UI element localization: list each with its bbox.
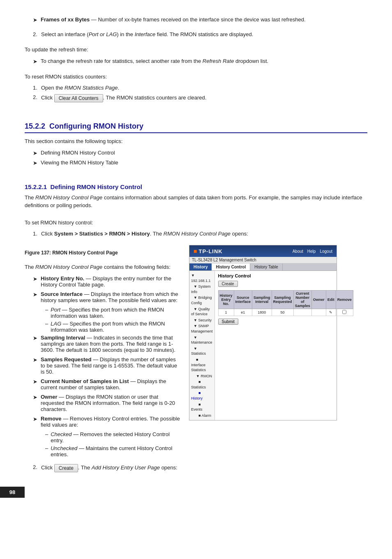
step-click-system: 1. Click System > Statistics > RMON > Hi… <box>33 231 367 237</box>
sub-checked: – Checked — Removes the selected History… <box>45 431 181 444</box>
help-link[interactable]: Help <box>307 249 316 254</box>
figure-label: Figure 137: RMON History Control Page <box>25 250 181 256</box>
col-sampling-interval: Sampling Interval <box>252 291 272 309</box>
field-sampling-interval: ➤ Sampling Interval — Indicates in secon… <box>33 335 181 353</box>
cell-current <box>293 309 311 316</box>
sub-lag: – LAG — Specifies the port from which th… <box>45 321 181 333</box>
fields-text-col: Figure 137: RMON History Control Page Th… <box>25 245 181 476</box>
field-remove: ➤ Remove — Removes History Control entri… <box>33 416 181 428</box>
step-open-rmon: 1. Open the RMON Statistics Page. <box>33 85 367 91</box>
sidebar-statistics[interactable]: ▼ Statistics <box>189 346 214 357</box>
history-control-title: History Control <box>218 273 353 278</box>
field-history-entry-no: ➤ History Entry No. — Displays the entry… <box>33 275 181 288</box>
sidebar-interface-stats[interactable]: ■ Interface Statistics <box>189 357 214 373</box>
tplink-figure: ■ TP-LINK About Help Logout TL-SL3428 L2… <box>189 245 337 420</box>
sidebar-rmon-events[interactable]: ■ Events <box>189 402 214 413</box>
tplink-tab-row: History History Control History Table <box>189 263 337 271</box>
sidebar-security[interactable]: ▼ Security <box>189 317 214 323</box>
sub-port: – Port — Specifies the port from which t… <box>45 307 181 319</box>
set-rmon-intro: To set RMON history control: <box>25 219 367 227</box>
sidebar-system-info[interactable]: ▼ System Info <box>189 284 214 295</box>
col-sampling-requested: Sampling Requested <box>272 291 293 309</box>
topic-1-label: Defining RMON History Control <box>41 150 115 156</box>
page-number: 98 <box>0 487 25 498</box>
col-source-interface: Source Interface <box>234 291 252 309</box>
tplink-main-content: History Control Create History Entry No.… <box>215 271 357 420</box>
bullet-frames-of-xx: ➤ Frames of xx Bytes — Number of xx-byte… <box>33 16 367 23</box>
cell-entry-no: 1 <box>218 309 234 316</box>
topic-1: ➤ Defining RMON History Control <box>33 150 367 156</box>
about-link[interactable]: About <box>293 249 303 254</box>
arrow-icon-8: ➤ <box>33 357 37 363</box>
field-current-samples: ➤ Current Number of Samples in List — Di… <box>33 378 181 390</box>
cell-interface: e1 <box>234 309 252 316</box>
sub-unchecked: – Unchecked — Maintains the current Hist… <box>45 445 181 457</box>
create-button[interactable]: Create <box>54 464 78 472</box>
figure-row: Figure 137: RMON History Control Page Th… <box>25 245 367 476</box>
cell-edit[interactable]: ✎ <box>326 309 336 316</box>
tab-history-control[interactable]: History Control <box>212 263 250 270</box>
cell-remove[interactable] <box>336 309 353 316</box>
logout-link[interactable]: Logout <box>320 249 332 254</box>
section-intro: This section contains the following topi… <box>25 137 367 146</box>
remove-checkbox[interactable] <box>342 310 346 314</box>
tplink-header: ■ TP-LINK About Help Logout <box>189 245 337 257</box>
field-samples-requested: ➤ Samples Requested — Displays the numbe… <box>33 356 181 375</box>
tplink-sidebar: ▼ 192.168.1.1 ▼ System Info ▼ Bridging C… <box>189 271 215 420</box>
arrow-icon: ➤ <box>33 17 37 23</box>
history-control-table: History Entry No. Source Interface Sampl… <box>218 290 353 316</box>
sidebar-rmon-statistics[interactable]: ■ Statistics <box>189 379 214 390</box>
arrow-icon-3: ➤ <box>33 150 37 156</box>
col-remove: Remove <box>336 291 353 309</box>
table-row: 1 e1 1800 50 ✎ <box>218 309 353 316</box>
cell-requested: 50 <box>272 309 293 316</box>
field-owner: ➤ Owner — Displays the RMON station or u… <box>33 394 181 412</box>
tplink-topnav: TL-SL3428 L2 Management Switch <box>189 257 337 263</box>
arrow-icon-9: ➤ <box>33 379 37 385</box>
tplink-body: ▼ 192.168.1.1 ▼ System Info ▼ Bridging C… <box>189 271 337 420</box>
sidebar-maintenance[interactable]: ▼ Maintenance <box>189 335 214 346</box>
tab-history-table[interactable]: History Table <box>250 263 283 270</box>
col-current-number: Current Number of Samples <box>293 291 311 309</box>
col-edit: Edit <box>326 291 336 309</box>
arrow-icon-2: ➤ <box>33 58 37 65</box>
tplink-ui-mockup: ■ TP-LINK About Help Logout TL-SL3428 L2… <box>189 245 337 420</box>
sidebar-bridging-config[interactable]: ▼ Bridging Config <box>189 295 214 306</box>
sidebar-snmp[interactable]: ▼ SNMP Management <box>189 323 214 334</box>
col-history-entry: History Entry No. <box>218 291 234 309</box>
sidebar-rmon-history[interactable]: ■ History <box>189 390 214 401</box>
history-tab-label[interactable]: History <box>189 263 212 270</box>
subsection-para1: The RMON History Control Page contains i… <box>25 194 367 210</box>
device-name: TL-SL3428 L2 Management Switch <box>192 258 334 262</box>
topic-2: ➤ Viewing the RMON History Table <box>33 159 367 166</box>
section-heading-15-2-2: 15.2.2 Configuring RMON History <box>25 122 367 133</box>
cell-interval: 1800 <box>252 309 272 316</box>
bullet-refresh-rate: ➤ To change the refresh rate for statist… <box>33 58 367 65</box>
cell-owner <box>311 309 326 316</box>
arrow-icon-7: ➤ <box>33 335 37 341</box>
arrow-icon-6: ➤ <box>33 291 37 298</box>
arrow-icon-11: ➤ <box>33 416 37 422</box>
bold-frames-label: Frames of xx Bytes <box>41 16 90 23</box>
tplink-create-btn[interactable]: Create <box>218 281 238 287</box>
step-click-create: 2. Click Create. The Add History Entry U… <box>33 464 181 472</box>
tplink-submit-btn[interactable]: Submit <box>218 319 238 325</box>
sidebar-rmon[interactable]: ▼ RMON <box>189 373 214 379</box>
frames-desc: — Number of xx-byte frames received on t… <box>91 16 306 23</box>
tplink-logo: TP-LINK <box>198 248 222 254</box>
arrow-icon-4: ➤ <box>33 160 37 166</box>
tplink-logo-icon: ■ <box>194 248 197 254</box>
topic-2-label: Viewing the RMON History Table <box>41 159 118 166</box>
arrow-icon-10: ➤ <box>33 394 37 400</box>
reset-intro: To reset RMON statistics counters: <box>25 73 367 81</box>
step-click-clear: 2. Click Clear All Counters. The RMON st… <box>33 94 367 102</box>
subsection-heading-15-2-2-1: 15.2.2.1 Defining RMON History Control <box>25 183 367 190</box>
field-source-interface: ➤ Source Interface — Displays the interf… <box>33 291 181 303</box>
clear-all-counters-button[interactable]: Clear All Counters <box>54 94 103 102</box>
sidebar-qos[interactable]: ▼ Quality of Service <box>189 306 214 317</box>
sidebar-rmon-alarm[interactable]: ■ Alarm <box>189 413 214 419</box>
sidebar-ip[interactable]: ▼ 192.168.1.1 <box>189 273 214 284</box>
step-2-select-interface: 2. Select an interface (Port or LAG) in … <box>33 31 367 37</box>
col-owner: Owner <box>311 291 326 309</box>
refresh-intro: To update the refresh time: <box>25 46 367 54</box>
